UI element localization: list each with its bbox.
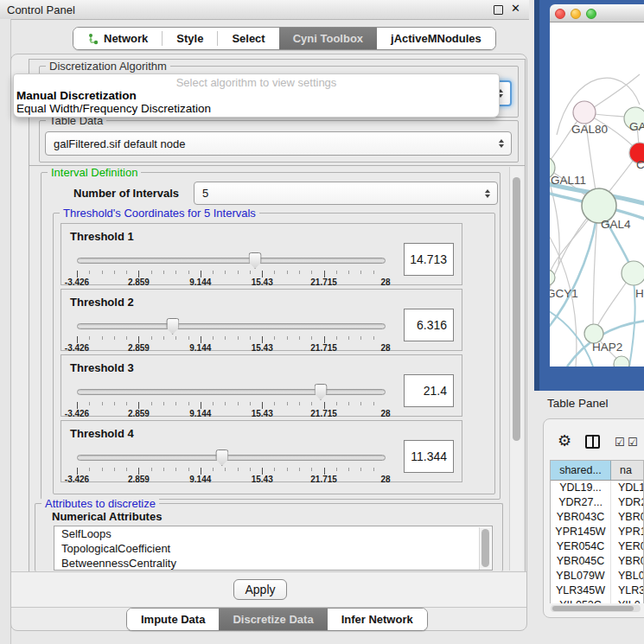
- network-node-gal80[interactable]: [573, 101, 596, 124]
- slider-track[interactable]: [77, 258, 386, 264]
- settings-scrollbar[interactable]: [509, 167, 523, 571]
- threshold-slider[interactable]: -3.4262.8599.14415.4321.71528: [77, 449, 386, 481]
- minimize-traffic-light-icon[interactable]: [571, 9, 581, 19]
- tab-discretize-data[interactable]: Discretize Data: [219, 609, 327, 630]
- table-row[interactable]: YDR27...YDR2: [551, 495, 643, 510]
- table-row[interactable]: YBL079WYBL0: [551, 569, 643, 583]
- settings-scrollbar-thumb[interactable]: [513, 177, 520, 441]
- zoom-traffic-light-icon[interactable]: [586, 9, 596, 19]
- table-data-combobox[interactable]: galFiltered.sif default node: [45, 131, 512, 156]
- node-attribute-table[interactable]: shared... na YDL19...YDL1YDR27...YDR2YBR…: [550, 460, 644, 603]
- close-traffic-light-icon[interactable]: [555, 9, 565, 19]
- tab-cyni-toolbox[interactable]: Cyni Toolbox: [279, 28, 377, 49]
- tab-style[interactable]: Style: [163, 28, 217, 49]
- slider-track[interactable]: [77, 455, 386, 461]
- table-cell: YPR145W: [551, 525, 611, 539]
- popup-placeholder: Select algorithm to view settings: [14, 76, 499, 89]
- tick-label: 28: [380, 343, 390, 353]
- table-row[interactable]: YER054CYER0: [551, 539, 643, 554]
- tab-impute-data[interactable]: Impute Data: [127, 609, 219, 630]
- tick-label: 15.43: [252, 475, 273, 484]
- table-row[interactable]: YBR045CYBR0: [551, 554, 643, 569]
- slider-knob[interactable]: [215, 450, 228, 466]
- threshold-label: Threshold 1: [70, 230, 134, 243]
- number-of-intervals-combobox[interactable]: 5: [194, 182, 498, 205]
- split-columns-icon[interactable]: [585, 435, 600, 449]
- table-row[interactable]: YLR345WYLR3: [551, 583, 643, 598]
- list-scrollbar-thumb[interactable]: [481, 529, 489, 567]
- network-node-h[interactable]: [622, 261, 644, 285]
- tab-label: Impute Data: [141, 613, 205, 626]
- threshold-value-box[interactable]: 14.713: [404, 243, 454, 276]
- numerical-attributes-label: Numerical Attributes: [52, 510, 162, 523]
- select-column-checkbox-icon[interactable]: ☑: [628, 436, 638, 449]
- table-horizontal-scrollbar[interactable]: [551, 605, 641, 612]
- group-title: Interval Definition: [48, 166, 141, 179]
- threshold-slider[interactable]: -3.4262.8599.14415.4321.71528: [77, 252, 386, 284]
- tick-label: 21.715: [310, 409, 337, 418]
- gear-icon[interactable]: ⚙: [558, 431, 571, 450]
- threshold-label: Threshold 4: [70, 427, 134, 440]
- table-cell: YIL052C: [551, 598, 611, 603]
- attribute-item[interactable]: TopologicalCoefficient: [54, 541, 492, 556]
- popup-option-equal-width-frequency[interactable]: Equal Width/Frequency Discretization: [16, 102, 211, 115]
- attribute-item[interactable]: BetweennessCentrality: [54, 556, 492, 571]
- attribute-item[interactable]: SelfLoops: [54, 526, 492, 541]
- slider-knob[interactable]: [166, 318, 179, 335]
- table-cell: YBR0: [611, 554, 643, 569]
- threshold-panel-1: Threshold 1 -3.4262.8599.14415.4321.7152…: [61, 223, 462, 285]
- threshold-value-box[interactable]: 6.316: [404, 309, 454, 341]
- select-all-checkbox-icon[interactable]: ☑: [615, 436, 625, 449]
- tab-network[interactable]: Network: [73, 28, 162, 49]
- tab-infer-network[interactable]: Infer Network: [328, 609, 427, 630]
- threshold-value-box[interactable]: 11.344: [404, 440, 454, 473]
- list-scrollbar[interactable]: [479, 527, 491, 571]
- table-cell: YDR2: [611, 495, 643, 510]
- table-row[interactable]: YBR043CYBR0: [551, 510, 643, 525]
- tick-label: 2.859: [128, 277, 150, 287]
- close-icon[interactable]: ✕: [511, 2, 520, 15]
- tick-label: 9.144: [189, 343, 211, 353]
- threshold-slider[interactable]: -3.4262.8599.14415.4321.71528: [77, 383, 386, 416]
- combo-value: 5: [202, 187, 208, 200]
- table-cell: YBL0: [611, 569, 643, 583]
- column-header-name[interactable]: na: [611, 461, 643, 480]
- table-header-row: shared... na: [551, 461, 643, 481]
- network-node-gcy1[interactable]: [550, 270, 555, 285]
- tab-jactivemnodules[interactable]: jActiveMNodules: [377, 28, 495, 49]
- numerical-attributes-list[interactable]: SelfLoopsTopologicalCoefficientBetweenne…: [54, 526, 493, 571]
- table-cell: YPR1: [611, 525, 643, 539]
- table-cell: YER054C: [551, 539, 611, 554]
- network-node-bottom[interactable]: [614, 356, 629, 367]
- slider-track[interactable]: [77, 323, 386, 329]
- tick-label: 9.144: [189, 277, 211, 287]
- table-row[interactable]: YPR145WYPR1: [551, 525, 643, 539]
- table-rows: YDL19...YDL1YDR27...YDR2YBR043CYBR0YPR14…: [551, 481, 643, 603]
- group-title: Discretization Algorithm: [46, 60, 170, 73]
- threshold-slider[interactable]: -3.4262.8599.14415.4321.71528: [77, 317, 386, 350]
- slider-knob[interactable]: [315, 384, 328, 400]
- slider-tick-labels: -3.4262.8599.14415.4321.71528: [77, 409, 386, 419]
- column-header-shared[interactable]: shared...: [551, 461, 611, 480]
- table-row[interactable]: YDL19...YDL1: [551, 481, 643, 495]
- tick-label: 28: [380, 475, 390, 484]
- apply-button[interactable]: Apply: [233, 579, 287, 600]
- float-window-icon[interactable]: [494, 5, 503, 15]
- table-cell: YBR045C: [551, 554, 611, 569]
- table-cell: YLR3: [611, 583, 643, 598]
- table-horizontal-scrollbar-thumb[interactable]: [552, 606, 634, 611]
- tick-label: 9.144: [189, 475, 211, 484]
- threshold-value-box[interactable]: 21.4: [404, 374, 454, 407]
- table-row[interactable]: YIL052CYIL0: [551, 598, 643, 603]
- tick-label: -3.426: [65, 277, 89, 287]
- network-canvas[interactable]: GAL80 GA C GAL11 GAL4 GCY1 H HAP2: [550, 22, 644, 367]
- attribute-list-items: SelfLoopsTopologicalCoefficientBetweenne…: [54, 526, 492, 571]
- slider-knob[interactable]: [249, 252, 262, 269]
- node-label-gal4: GAL4: [601, 218, 631, 231]
- tab-label: Style: [176, 32, 203, 45]
- popup-option-manual-discretization[interactable]: Manual Discretization: [16, 89, 137, 102]
- tab-select[interactable]: Select: [218, 28, 278, 49]
- slider-track[interactable]: [77, 389, 386, 395]
- tick-label: 21.715: [310, 475, 337, 484]
- tick-label: 2.859: [128, 475, 150, 484]
